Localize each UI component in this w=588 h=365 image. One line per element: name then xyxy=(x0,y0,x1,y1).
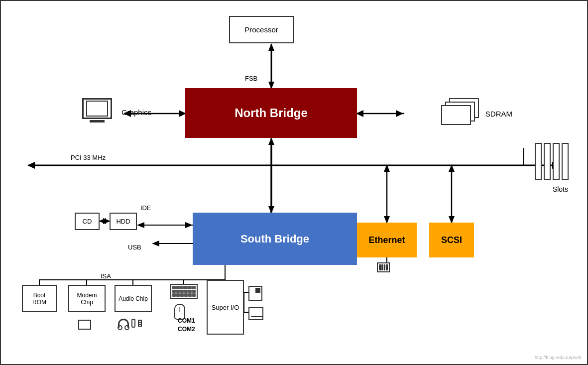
ide-label: IDE xyxy=(140,204,151,212)
svg-marker-11 xyxy=(356,110,363,117)
svg-marker-26 xyxy=(137,222,144,228)
svg-marker-4 xyxy=(268,137,274,145)
usb-label: USB xyxy=(128,243,141,251)
super-io-label: Super I/O xyxy=(212,304,239,311)
audio-chip-label: Audio Chip xyxy=(118,295,148,302)
ethernet-label: Ethernet xyxy=(368,235,405,245)
svg-marker-28 xyxy=(152,241,159,246)
super-io-box: Super I/O xyxy=(207,280,244,335)
slot-bar-2 xyxy=(544,143,551,180)
svg-marker-18 xyxy=(384,164,390,172)
boot-rom-label: BootROM xyxy=(32,292,46,306)
ethernet-box: Ethernet xyxy=(357,223,417,257)
sdram-label: SDRAM xyxy=(485,110,512,118)
svg-marker-21 xyxy=(449,164,455,172)
graphics-label: Graphics xyxy=(121,108,151,117)
scsi-label: SCSI xyxy=(441,235,462,245)
url-watermark: http://blog.redu.ru/pro/it xyxy=(535,355,581,360)
north-bridge-box: North Bridge xyxy=(185,88,357,138)
com1-label: COM1 xyxy=(178,317,195,324)
com2-label: COM2 xyxy=(178,326,195,333)
floppy-icon xyxy=(248,286,262,301)
svg-marker-10 xyxy=(396,110,403,117)
processor-box: Processor xyxy=(229,16,294,43)
audio-chip-box: Audio Chip xyxy=(115,285,152,312)
connector-icon xyxy=(138,320,142,327)
scsi-box: SCSI xyxy=(429,223,474,257)
slot-bar-3 xyxy=(553,143,560,180)
printer-icon xyxy=(248,307,263,320)
svg-marker-1 xyxy=(268,43,274,51)
monitor-screen xyxy=(82,98,112,119)
pci-label: PCI 33 MHz xyxy=(71,154,106,161)
modem-chip-label: ModemChip xyxy=(77,292,97,306)
cd-box: CD xyxy=(75,213,100,230)
south-bridge-box: South Bridge xyxy=(193,213,357,265)
hdd-box: HDD xyxy=(110,213,137,230)
audio-icons-group xyxy=(118,319,142,328)
south-bridge-label: South Bridge xyxy=(240,233,309,245)
slots-label: Slots xyxy=(553,185,568,193)
plug-icon xyxy=(131,319,135,328)
north-bridge-label: North Bridge xyxy=(235,106,308,120)
slots-icon xyxy=(535,143,570,185)
svg-marker-30 xyxy=(99,218,106,224)
monitor-stand xyxy=(90,120,105,122)
monitor-icon xyxy=(80,98,115,125)
svg-marker-25 xyxy=(185,222,193,228)
cd-label: CD xyxy=(83,218,92,225)
fsb-label: FSB xyxy=(245,75,257,82)
headphone-icon xyxy=(118,319,129,328)
slot-bar-4 xyxy=(562,143,569,180)
sdram-card-3 xyxy=(441,105,471,125)
keyboard-icon xyxy=(170,284,198,299)
slot-bar-1 xyxy=(535,143,542,180)
diagram-container: Processor FSB North Bridge South Bridge … xyxy=(0,0,588,365)
isa-label: ISA xyxy=(101,272,111,280)
hdd-label: HDD xyxy=(116,218,130,225)
eth-port-icon xyxy=(377,262,390,272)
svg-marker-13 xyxy=(27,162,35,169)
modem-chip-box: ModemChip xyxy=(68,285,106,312)
sdram-stack xyxy=(440,98,480,128)
processor-label: Processor xyxy=(244,25,278,34)
modem-icon xyxy=(78,320,91,330)
boot-rom-box: BootROM xyxy=(22,285,57,312)
